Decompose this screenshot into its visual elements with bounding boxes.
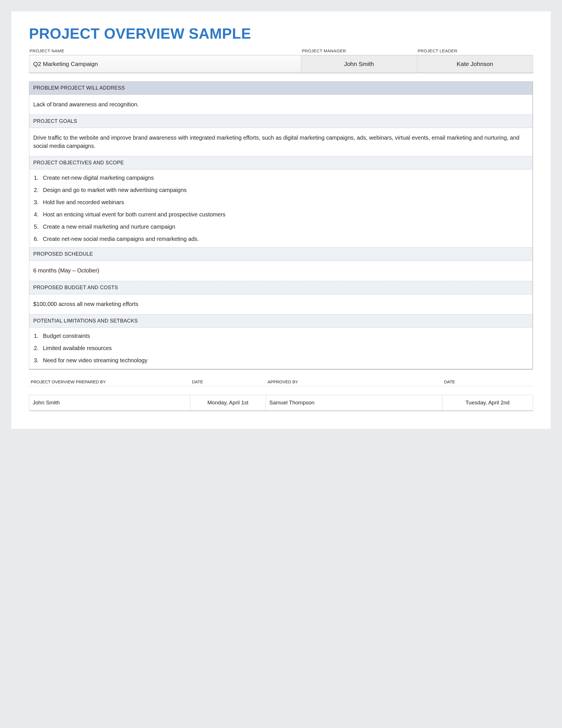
project-manager-label: PROJECT MANAGER	[301, 47, 417, 55]
list-item: Budget constraints	[29, 330, 532, 342]
problem-header: PROBLEM PROJECT WILL ADDRESS	[29, 82, 532, 95]
project-header-values: Q2 Marketing Campaign John Smith Kate Jo…	[29, 55, 533, 73]
project-name-value: Q2 Marketing Campaign	[29, 55, 301, 73]
document-page: PROJECT OVERVIEW SAMPLE PROJECT NAME PRO…	[11, 11, 551, 429]
goals-body: Drive traffic to the website and improve…	[29, 128, 532, 156]
list-item: Create net-new social media campaigns an…	[29, 233, 532, 245]
project-header-labels: PROJECT NAME PROJECT MANAGER PROJECT LEA…	[29, 47, 533, 55]
goals-header: PROJECT GOALS	[29, 115, 532, 128]
list-item: Need for new video streaming technology	[29, 354, 532, 367]
approved-date-label: DATE	[442, 378, 533, 386]
objectives-list: Create net-new digital marketing campaig…	[29, 169, 532, 247]
prepared-by-label: PROJECT OVERVIEW PREPARED BY	[29, 378, 190, 386]
list-item: Hold live and recorded webinars	[29, 196, 532, 208]
list-item: Design and go to market with new adverti…	[29, 184, 532, 196]
budget-header: PROPOSED BUDGET AND COSTS	[29, 281, 532, 294]
objectives-header: PROJECT OBJECTIVES AND SCOPE	[29, 156, 532, 169]
schedule-header: PROPOSED SCHEDULE	[29, 247, 532, 261]
approved-by-label: APPROVED BY	[266, 378, 442, 386]
footer-labels: PROJECT OVERVIEW PREPARED BY DATE APPROV…	[29, 378, 533, 386]
project-leader-label: PROJECT LEADER	[417, 47, 533, 55]
approved-date-value: Tuesday, April 2nd	[442, 395, 533, 411]
page-title: PROJECT OVERVIEW SAMPLE	[29, 25, 533, 42]
prepared-date-label: DATE	[190, 378, 266, 386]
approved-by-value: Samuel Thompson	[266, 395, 442, 411]
project-manager-value: John Smith	[301, 55, 417, 73]
prepared-date-value: Monday, April 1st	[190, 395, 266, 411]
list-item: Limited available resources	[29, 342, 532, 354]
budget-body: $100,000 across all new marketing effort…	[29, 294, 532, 314]
project-name-label: PROJECT NAME	[29, 47, 301, 55]
sections-block: PROBLEM PROJECT WILL ADDRESS Lack of bra…	[29, 81, 533, 370]
problem-body: Lack of brand awareness and recognition.	[29, 95, 532, 115]
footer-values: John Smith Monday, April 1st Samuel Thom…	[29, 395, 533, 411]
limitations-header: POTENTIAL LIMITATIONS AND SETBACKS	[29, 314, 532, 328]
limitations-list: Budget constraints Limited available res…	[29, 328, 532, 369]
list-item: Create a new email marketing and nurture…	[29, 221, 532, 233]
project-leader-value: Kate Johnson	[417, 55, 533, 73]
list-item: Create net-new digital marketing campaig…	[29, 172, 532, 184]
prepared-by-value: John Smith	[29, 395, 190, 411]
schedule-body: 6 months (May – October)	[29, 261, 532, 281]
list-item: Host an enticing virtual event for both …	[29, 208, 532, 221]
